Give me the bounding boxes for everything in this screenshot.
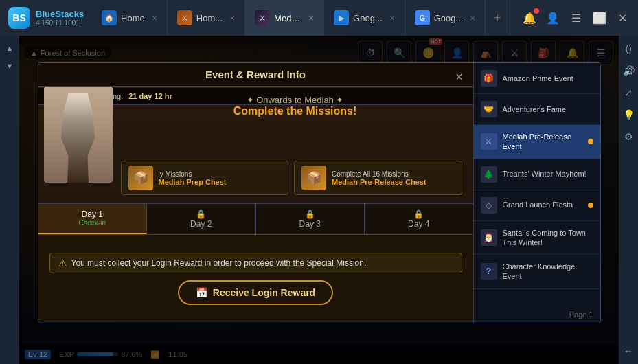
event-list-amazon[interactable]: 🎁 Amazon Prime Event	[474, 63, 600, 94]
main-area: ▲ ▼ ▲ Forest of Seclusion ⏱ 🔍 🪙 HOT 👤 ⛺ …	[0, 36, 638, 364]
tab-home1[interactable]: 🏠 Home ✕	[92, 0, 168, 36]
event-list-adventurer[interactable]: 🤝 Adventurer's Fame	[474, 94, 600, 125]
modal-close-button[interactable]: ×	[451, 69, 468, 85]
page-label: Page 1	[569, 310, 593, 319]
adventurer-event-label: Adventurer's Fame	[503, 104, 593, 114]
day-tab-3[interactable]: 🔒 Day 3	[256, 204, 365, 234]
mission-chest-icon-2: 📦	[301, 166, 326, 190]
brightness-button[interactable]: 💡	[621, 107, 636, 122]
mediah-event-icon: ⚔	[481, 133, 497, 150]
day-1-sub: Check-in	[41, 219, 144, 227]
grand-launch-event-icon: ◇	[481, 197, 497, 214]
tab-home2[interactable]: ⚔ Hom... ✕	[168, 0, 245, 36]
day-tab-2[interactable]: 🔒 Day 2	[147, 204, 256, 234]
tab-google-close[interactable]: ✕	[470, 14, 475, 22]
tab-home1-icon: 🏠	[102, 10, 117, 25]
event-list-treants[interactable]: 🌲 Treants' Winter Mayhem!	[474, 159, 600, 190]
tab-black[interactable]: ⚔ Mediah Pre-Release Event ✕	[245, 0, 324, 36]
lock-icon-2: 🔒	[150, 209, 253, 219]
santa-event-label: Santa is Coming to Town This Winter!	[503, 228, 593, 248]
left-sidebar: ▲ ▼	[0, 36, 19, 364]
event-banner: ✦ Onwards to Mediah ✦ Complete the Missi…	[38, 87, 473, 155]
tab-home1-close[interactable]: ✕	[152, 14, 157, 22]
tab-home1-label: Home	[121, 13, 145, 23]
account-button[interactable]: 👤	[545, 10, 561, 26]
modal-right-panel: 🎁 Amazon Prime Event 🤝 Adventurer's Fame…	[473, 63, 600, 323]
event-title-decoration: ✦ Onwards to Mediah ✦	[233, 95, 357, 105]
menu-button[interactable]: ☰	[568, 10, 584, 26]
reward-btn-icon: 📅	[196, 287, 207, 298]
santa-event-icon: 🎅	[481, 229, 497, 246]
tab-black-icon: ⚔	[255, 10, 270, 25]
bell-button[interactable]: 🔔	[521, 10, 538, 26]
app-version: 4.150.11.1001	[36, 19, 84, 27]
tab-home2-close[interactable]: ✕	[229, 14, 235, 22]
volume-button[interactable]: 🔊	[621, 63, 636, 78]
event-title-area: ✦ Onwards to Mediah ✦ Complete the Missi…	[233, 95, 357, 150]
receive-login-reward-button[interactable]: 📅 Receive Login Reward	[178, 280, 333, 305]
app-name: BlueStacks	[36, 9, 84, 20]
character-knowledge-event-icon: ?	[481, 263, 497, 280]
character-knowledge-event-label: Character Knowledge Event	[503, 262, 593, 282]
close-button[interactable]: ✕	[615, 10, 631, 26]
mission-boxes: 📦 ly Missions Mediah Prep Chest 📦 Comple…	[121, 161, 462, 195]
mission-reward-2: Mediah Pre-Release Chest	[332, 178, 455, 186]
modal-header: Event & Reward Info	[38, 63, 473, 87]
tab-google-icon: G	[415, 10, 430, 25]
tab-google[interactable]: G Goog... ✕	[405, 0, 486, 36]
tab-home2-label: Hom...	[196, 13, 223, 23]
day-tab-4[interactable]: 🔒 Day 4	[365, 204, 473, 234]
mission-info-2: Complete All 16 Missions Mediah Pre-Rele…	[332, 170, 455, 186]
event-list-grand-launch[interactable]: ◇ Grand Launch Fiesta	[474, 190, 600, 221]
app-logo: BS BlueStacks 4.150.11.1001	[0, 7, 92, 29]
modal-overlay: Event & Reward Info × ⏰ Time Remaining: …	[19, 36, 619, 364]
day-tab-1[interactable]: Day 1 Check-in	[38, 204, 148, 234]
tab-home2-icon: ⚔	[177, 10, 192, 25]
mission-box-2: 📦 Complete All 16 Missions Mediah Pre-Re…	[294, 161, 462, 195]
game-area: ▲ Forest of Seclusion ⏱ 🔍 🪙 HOT 👤 ⛺ ⚔ 🎒 …	[19, 36, 619, 364]
modal-left-panel: Event & Reward Info × ⏰ Time Remaining: …	[38, 63, 473, 323]
mission-type-1: ly Missions	[159, 170, 282, 178]
mission-chest-icon-1: 📦	[128, 166, 153, 190]
tab-google-label: Goog...	[434, 13, 464, 23]
character-image	[44, 87, 113, 183]
day-3-label: Day 3	[259, 219, 362, 229]
grand-launch-event-notif	[588, 203, 593, 208]
day-4-label: Day 4	[367, 219, 470, 229]
sidebar-collapse-button[interactable]: ▼	[3, 59, 16, 73]
tab-bar: 🏠 Home ✕ ⚔ Hom... ✕ ⚔ Mediah Pre-Release…	[92, 0, 510, 36]
event-subtitle: Complete the Missions!	[233, 105, 357, 117]
warning-icon: ⚠	[58, 258, 67, 269]
modal-title: Event & Reward Info	[205, 69, 306, 80]
tab-play-icon: ▶	[334, 10, 349, 25]
back-button[interactable]: ←	[621, 343, 636, 359]
day-2-label: Day 2	[150, 219, 253, 229]
day-1-label: Day 1	[41, 209, 144, 219]
tab-play[interactable]: ▶ Goog... ✕	[324, 0, 405, 36]
lock-icon-4: 🔒	[367, 209, 470, 219]
window-button[interactable]: ⬜	[591, 10, 608, 26]
grand-launch-event-label: Grand Launch Fiesta	[503, 200, 582, 209]
reward-btn-label: Receive Login Reward	[213, 287, 315, 298]
mission-info-1: ly Missions Mediah Prep Chest	[159, 170, 282, 186]
tab-play-label: Goog...	[353, 13, 383, 23]
mediah-event-notif	[588, 139, 593, 144]
event-list-character-knowledge[interactable]: ? Character Knowledge Event	[474, 255, 600, 289]
sidebar-expand-button[interactable]: ▲	[3, 41, 16, 55]
expand-right-button[interactable]: ⟨⟩	[621, 41, 636, 56]
lock-icon-3: 🔒	[259, 209, 362, 219]
gear-button[interactable]: ⚙	[621, 129, 636, 144]
tab-play-close[interactable]: ✕	[389, 14, 395, 22]
amazon-event-label: Amazon Prime Event	[503, 73, 593, 83]
fullscreen-button[interactable]: ⤢	[621, 85, 636, 100]
mission-reward-1: Mediah Prep Chest	[159, 178, 282, 186]
event-list-santa[interactable]: 🎅 Santa is Coming to Town This Winter!	[474, 221, 600, 255]
right-sidebar: ⟨⟩ 🔊 ⤢ 💡 ⚙ ←	[619, 36, 638, 364]
adventurer-event-icon: 🤝	[481, 101, 497, 117]
mission-type-2: Complete All 16 Missions	[332, 170, 455, 178]
warning-text-box: ⚠ You must collect your Login Reward in …	[49, 253, 462, 273]
day-tabs: Day 1 Check-in 🔒 Day 2 🔒 Day 3 🔒	[38, 203, 473, 234]
add-tab-button[interactable]: +	[486, 0, 510, 36]
tab-black-close[interactable]: ✕	[308, 14, 314, 22]
event-list-mediah[interactable]: ⚔ Mediah Pre-Release Event	[474, 125, 600, 159]
